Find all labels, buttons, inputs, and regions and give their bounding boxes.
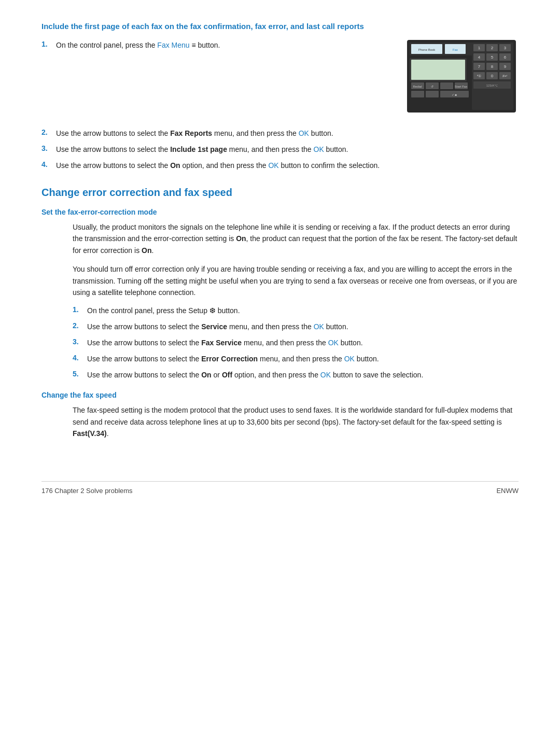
svg-text:2: 2 xyxy=(491,46,494,50)
sub1-step-4-text: Use the arrow buttons to select the Erro… xyxy=(87,354,519,364)
sub1-step-3: 3. Use the arrow buttons to select the F… xyxy=(73,338,519,348)
svg-text:0: 0 xyxy=(491,74,494,78)
step-4-number: 4. xyxy=(41,160,56,168)
svg-text:*①: *① xyxy=(477,74,482,78)
page-footer: 176 Chapter 2 Solve problems ENWW xyxy=(41,481,519,495)
fax-device-svg: Phone Book Fax Redial ↺ Start Fax xyxy=(407,40,516,113)
svg-text:Fax: Fax xyxy=(453,48,458,51)
ok-link-2[interactable]: OK xyxy=(299,129,309,137)
svg-text:123/A⌥: 123/A⌥ xyxy=(486,84,498,87)
subsection1-heading: Set the fax-error-correction mode xyxy=(41,208,519,216)
step-3-number: 3. xyxy=(41,144,56,152)
subsection1-para1: Usually, the product monitors the signal… xyxy=(73,221,519,256)
sub1-step-5-number: 5. xyxy=(73,370,87,378)
subsection2-heading: Change the fax speed xyxy=(41,391,519,399)
svg-text:4: 4 xyxy=(478,55,481,60)
svg-text:#↵: #↵ xyxy=(502,74,508,78)
footer-right: ENWW xyxy=(496,487,519,495)
svg-text:1: 1 xyxy=(478,46,481,50)
subsection2: Change the fax speed The fax-speed setti… xyxy=(41,391,519,439)
step-4: 4. Use the arrow buttons to select the O… xyxy=(41,160,519,171)
step-2-text: Use the arrow buttons to select the Fax … xyxy=(56,128,519,139)
svg-text:9: 9 xyxy=(504,64,507,69)
svg-text:Redial: Redial xyxy=(413,85,422,88)
svg-text:3: 3 xyxy=(504,46,507,50)
subsection1: Set the fax-error-correction mode Usuall… xyxy=(41,208,519,381)
step-1: 1. On the control panel, press the Fax M… xyxy=(41,40,384,51)
section1-steps-left: 1. On the control panel, press the Fax M… xyxy=(41,40,384,113)
svg-text:6: 6 xyxy=(504,55,507,60)
svg-text:↺: ↺ xyxy=(431,85,433,88)
section1-container: Include the first page of each fax on th… xyxy=(41,21,519,171)
step-4-text: Use the arrow buttons to select the On o… xyxy=(56,160,519,171)
svg-text:Phone Book: Phone Book xyxy=(418,48,436,51)
step-1-number: 1. xyxy=(41,40,56,48)
step-1-text: On the control panel, press the Fax Menu… xyxy=(56,40,384,51)
svg-rect-15 xyxy=(411,91,424,97)
sub1-step-1-number: 1. xyxy=(73,305,87,314)
svg-text:8: 8 xyxy=(491,64,494,69)
sub1-step-3-text: Use the arrow buttons to select the Fax … xyxy=(87,338,519,348)
sub1-step-3-number: 3. xyxy=(73,338,87,346)
sub1-step-4-number: 4. xyxy=(73,354,87,362)
svg-rect-12 xyxy=(440,82,453,89)
sub1-step-1-text: On the control panel, press the Setup ❆ … xyxy=(87,305,519,316)
step-2-number: 2. xyxy=(41,128,56,136)
subsection2-body: The fax-speed setting is the modem proto… xyxy=(73,404,519,439)
svg-text:7: 7 xyxy=(478,64,481,69)
subsection2-para: The fax-speed setting is the modem proto… xyxy=(73,404,519,439)
sub1-step-2: 2. Use the arrow buttons to select the S… xyxy=(73,321,519,332)
footer-left: 176 Chapter 2 Solve problems xyxy=(41,487,133,495)
step-3-text: Use the arrow buttons to select the Incl… xyxy=(56,144,519,155)
sub1-step-1: 1. On the control panel, press the Setup… xyxy=(73,305,519,316)
section2-main-title: Change error correction and fax speed xyxy=(41,187,519,199)
fax-device-illustration: Phone Book Fax Redial ↺ Start Fax xyxy=(404,40,519,113)
section1-heading: Include the first page of each fax on th… xyxy=(41,21,519,32)
section1-content: 1. On the control panel, press the Fax M… xyxy=(41,40,519,113)
fax-menu-link[interactable]: Fax Menu xyxy=(157,41,189,49)
ok-link-s2[interactable]: OK xyxy=(314,322,324,331)
subsection1-body: Usually, the product monitors the signal… xyxy=(73,221,519,381)
sub1-step-5-text: Use the arrow buttons to select the On o… xyxy=(87,370,519,381)
svg-text:✓ ■: ✓ ■ xyxy=(452,93,457,96)
svg-rect-16 xyxy=(426,91,439,97)
section2-container: Change error correction and fax speed Se… xyxy=(41,187,519,440)
ok-link-s5[interactable]: OK xyxy=(320,371,331,379)
sub1-step-2-number: 2. xyxy=(73,321,87,330)
subsection1-steps: 1. On the control panel, press the Setup… xyxy=(73,305,519,381)
svg-text:Start Fax: Start Fax xyxy=(455,85,467,88)
ok-link-3[interactable]: OK xyxy=(314,145,324,153)
ok-link-s3[interactable]: OK xyxy=(328,339,339,347)
svg-rect-7 xyxy=(411,60,465,80)
sub1-step-4: 4. Use the arrow buttons to select the E… xyxy=(73,354,519,364)
subsection1-para2: You should turn off error correction onl… xyxy=(73,263,519,298)
step-2: 2. Use the arrow buttons to select the F… xyxy=(41,128,519,139)
section1-step-list: 1. On the control panel, press the Fax M… xyxy=(41,40,384,51)
step-3: 3. Use the arrow buttons to select the I… xyxy=(41,144,519,155)
svg-text:5: 5 xyxy=(491,55,494,60)
sub1-step-5: 5. Use the arrow buttons to select the O… xyxy=(73,370,519,381)
ok-link-s4[interactable]: OK xyxy=(344,355,355,363)
section1-steps-2-4: 2. Use the arrow buttons to select the F… xyxy=(41,128,519,171)
sub1-step-2-text: Use the arrow buttons to select the Serv… xyxy=(87,321,519,332)
ok-link-4[interactable]: OK xyxy=(268,161,278,170)
